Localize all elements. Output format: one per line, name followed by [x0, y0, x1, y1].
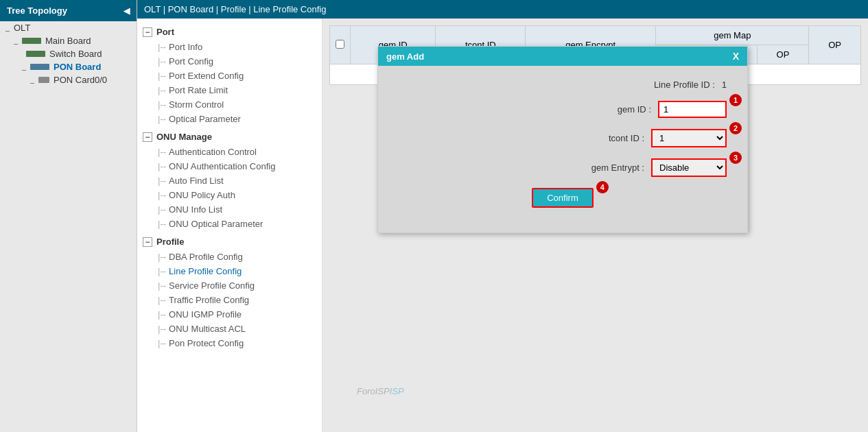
- menu-item-service-profile[interactable]: |--Service Profile Config: [137, 278, 322, 293]
- confirm-wrapper: Confirm 4: [532, 188, 594, 208]
- th-op: OP: [809, 26, 861, 64]
- minus-icon-onu: −: [143, 132, 152, 142]
- menu-section-profile-label: Profile: [156, 237, 184, 247]
- gem-encrypt-label: gem Entrypt :: [562, 163, 644, 173]
- left-menu: − Port |--Port Info |--Port Config |--Po…: [137, 19, 322, 432]
- expand-icon-poncard: ⎯: [30, 76, 34, 84]
- menu-item-traffic-profile[interactable]: |--Traffic Profile Config: [137, 293, 322, 307]
- gem-encrypt-wrapper: Disable Enable 3: [651, 158, 727, 177]
- board-icon-mainboard: [22, 38, 41, 44]
- th-gem-map-op: OP: [757, 45, 809, 64]
- tree-label-ponboard: PON Board: [54, 62, 101, 72]
- gem-id-input[interactable]: [658, 101, 727, 118]
- menu-item-pon-protect-config[interactable]: |--Pon Protect Config: [137, 336, 322, 350]
- minus-icon-port: −: [143, 27, 152, 37]
- right-panel: gem ID tcont ID gem Encrypt gem Map OP N…: [322, 19, 868, 432]
- tree-item-switchboard[interactable]: Switch Board: [0, 47, 137, 60]
- sidebar-collapse-arrow[interactable]: ◀: [124, 6, 130, 16]
- breadcrumb: OLT | PON Board | Profile | Line Profile…: [137, 0, 868, 19]
- line-profile-id-label: Line Profile ID :: [633, 80, 715, 90]
- dialog-body: Line Profile ID : 1 gem ID : 1: [378, 66, 747, 232]
- tree-item-ponboard[interactable]: ⎯ PON Board: [0, 60, 137, 73]
- gem-add-dialog: gem Add X Line Profile ID : 1: [377, 46, 748, 233]
- menu-section-profile-header[interactable]: − Profile: [137, 234, 322, 250]
- tcont-id-label: tcont ID :: [562, 133, 644, 143]
- menu-item-port-config[interactable]: |--Port Config: [137, 54, 322, 69]
- tree-label-olt: OLT: [14, 23, 30, 33]
- breadcrumb-text: OLT | PON Board | Profile | Line Profile…: [144, 4, 326, 14]
- menu-section-onu: − ONU Manage |--Authentication Control |…: [137, 129, 322, 231]
- expand-icon-ponboard: ⎯: [22, 63, 26, 71]
- menu-item-onu-multicast-acl[interactable]: |--ONU Multicast ACL: [137, 322, 322, 336]
- menu-section-port-label: Port: [156, 27, 174, 37]
- tree-label-poncard: PON Card0/0: [54, 75, 107, 85]
- menu-item-onu-optical-param[interactable]: |--ONU Optical Parameter: [137, 217, 322, 231]
- menu-item-port-extend-config[interactable]: |--Port Extend Config: [137, 69, 322, 83]
- menu-item-onu-info-list[interactable]: |--ONU Info List: [137, 202, 322, 217]
- menu-item-auto-find-list[interactable]: |--Auto Find List: [137, 173, 322, 188]
- board-icon-ponboard: [30, 64, 49, 70]
- gem-encrypt-select[interactable]: Disable Enable: [651, 158, 727, 177]
- gem-id-wrapper: 1: [658, 101, 727, 118]
- dialog-row-tcont-id: tcont ID : 1 2 3 2: [399, 129, 727, 147]
- dialog-title-bar: gem Add X: [378, 47, 747, 66]
- th-gem-map: gem Map: [656, 26, 809, 45]
- menu-section-profile: − Profile |--DBA Profile Config |--Line …: [137, 234, 322, 350]
- menu-section-port: − Port |--Port Info |--Port Config |--Po…: [137, 24, 322, 126]
- menu-section-onu-label: ONU Manage: [156, 132, 212, 142]
- tree-item-mainboard[interactable]: ⎯ Main Board: [0, 34, 137, 47]
- watermark: ForoISPISP: [357, 383, 404, 398]
- menu-item-port-rate-limit[interactable]: |--Port Rate Limit: [137, 83, 322, 97]
- dialog-title-text: gem Add: [386, 51, 424, 62]
- confirm-button[interactable]: Confirm: [532, 188, 594, 208]
- tree-item-poncard[interactable]: ⎯ PON Card0/0: [0, 73, 137, 86]
- dialog-row-line-profile-id: Line Profile ID : 1: [399, 80, 727, 90]
- content-area: OLT | PON Board | Profile | Line Profile…: [137, 0, 868, 432]
- line-profile-id-value: 1: [722, 80, 727, 90]
- step-badge-3: 3: [729, 152, 742, 164]
- dialog-row-gem-encrypt: gem Entrypt : Disable Enable 3: [399, 158, 727, 177]
- tree-label-mainboard: Main Board: [45, 36, 91, 46]
- dialog-row-confirm: Confirm 4: [399, 188, 727, 208]
- menu-item-storm-control[interactable]: |--Storm Control: [137, 97, 322, 112]
- select-all-checkbox[interactable]: [336, 40, 344, 49]
- step-badge-2: 2: [729, 122, 742, 134]
- expand-icon-olt: ⎯: [5, 24, 10, 32]
- menu-item-onu-auth-config[interactable]: |--ONU Authentication Config: [137, 159, 322, 173]
- step-badge-4: 4: [596, 181, 609, 193]
- menu-item-onu-igmp[interactable]: |--ONU IGMP Profile: [137, 307, 322, 322]
- sidebar-title: Tree Topology ◀: [0, 0, 137, 21]
- menu-item-line-profile[interactable]: |--Line Profile Config: [137, 264, 322, 278]
- gem-id-label: gem ID :: [569, 104, 651, 115]
- tree-label-switchboard: Switch Board: [49, 49, 102, 59]
- tcont-id-wrapper: 1 2 3 2: [651, 129, 727, 147]
- sidebar: Tree Topology ◀ ⎯ OLT ⎯ Main Board Switc…: [0, 0, 137, 432]
- th-checkbox: [330, 26, 351, 64]
- menu-item-onu-policy-auth[interactable]: |--ONU Policy Auth: [137, 188, 322, 202]
- board-icon-poncard: [38, 77, 49, 83]
- dialog-close-button[interactable]: X: [733, 51, 739, 62]
- menu-item-optical-parameter[interactable]: |--Optical Parameter: [137, 112, 322, 126]
- content-split: − Port |--Port Info |--Port Config |--Po…: [137, 19, 868, 432]
- tcont-id-select[interactable]: 1 2 3: [651, 129, 727, 147]
- menu-section-port-header[interactable]: − Port: [137, 24, 322, 40]
- menu-item-dba-profile[interactable]: |--DBA Profile Config: [137, 250, 322, 264]
- tree-item-olt[interactable]: ⎯ OLT: [0, 21, 137, 34]
- menu-item-port-info[interactable]: |--Port Info: [137, 40, 322, 54]
- dialog-row-gem-id: gem ID : 1: [399, 101, 727, 118]
- step-badge-1: 1: [729, 94, 742, 106]
- menu-item-auth-control[interactable]: |--Authentication Control: [137, 145, 322, 159]
- menu-section-onu-header[interactable]: − ONU Manage: [137, 129, 322, 145]
- board-icon-switchboard: [26, 51, 45, 57]
- expand-icon-mainboard: ⎯: [14, 37, 18, 45]
- sidebar-title-text: Tree Topology: [7, 5, 67, 16]
- minus-icon-profile: −: [143, 237, 152, 247]
